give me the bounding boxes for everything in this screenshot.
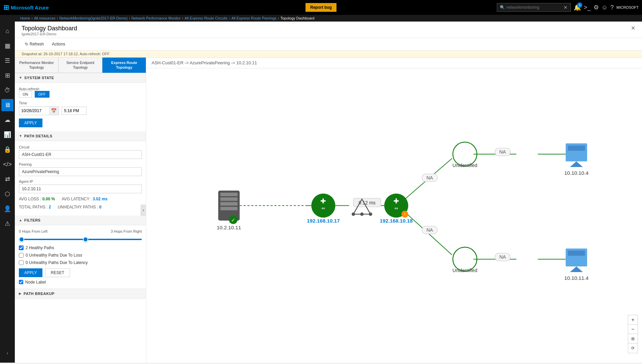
zoom-reset-btn[interactable]: ⟳ — [628, 343, 638, 353]
filters-body: 0 Hops From Left 3 Hops From Right 2 Hea… — [15, 225, 146, 289]
page-title: Topology Dashboard — [22, 25, 77, 32]
terminal-icon[interactable]: >_ — [584, 4, 591, 11]
breadcrumb-networkmonitoring[interactable]: NetworkMonitoring(Ignite2017-ER-Demo) — [59, 16, 127, 20]
na-text-lower-mid: NA — [426, 227, 433, 233]
router2-ip-label: 192.168.10.18 — [380, 218, 413, 224]
unhealthy-loss-label: 0 Unhealthy Paths Due To Loss — [26, 253, 82, 258]
sidebar-icon-user[interactable]: 👤 — [1, 203, 13, 215]
zoom-out-btn[interactable]: − — [628, 325, 638, 334]
sidebar-icon-grid[interactable]: ⊞ — [1, 69, 13, 81]
calendar-icon[interactable]: 📅 — [49, 107, 59, 115]
router1-arrows-icon2: ⇔ — [321, 206, 325, 211]
auto-refresh-on-btn[interactable]: ON — [19, 91, 32, 98]
breadcrumb-home[interactable]: Home — [20, 16, 30, 20]
sidebar-icon-monitor[interactable]: 🖥 — [1, 99, 13, 111]
node-label-row: Node Label — [19, 280, 142, 285]
slider-thumb-right[interactable] — [83, 237, 88, 242]
actions-button[interactable]: Actions — [49, 40, 68, 48]
sidebar-icon-warning[interactable]: ⚠ — [1, 218, 13, 230]
report-bug-button[interactable]: Report bug — [306, 3, 336, 12]
sidebar-icon-metrics[interactable]: 📊 — [1, 129, 13, 141]
help-icon[interactable]: ? — [610, 4, 614, 11]
sidebar-icon-security[interactable]: 🔒 — [1, 143, 13, 156]
sidebar-icon-clock[interactable]: ⏱ — [1, 84, 13, 96]
tab-performance[interactable]: Performance Monitor Topology — [15, 58, 59, 73]
zoom-controls: + − ⊞ ⟳ — [628, 315, 638, 353]
healthy-paths-checkbox[interactable] — [19, 245, 24, 250]
tab-service-endpoint[interactable]: Service Endpoint Topology — [59, 58, 102, 73]
topology-area: ASH-Cust01-ER -> AzurePrivatePeering -> … — [146, 58, 642, 363]
lower-unid-label: Unidentified — [452, 268, 477, 273]
time-label: Time — [19, 101, 142, 105]
unhealthy-latency-checkbox[interactable] — [19, 260, 24, 265]
notification-badge: 5 — [577, 2, 582, 8]
filter-buttons: APPLY RESET — [19, 268, 142, 277]
node-label-checkbox[interactable] — [19, 280, 23, 284]
system-state-body: Auto-refresh ON OFF Time 📅 — [15, 83, 146, 131]
zoom-fit-btn[interactable]: ⊞ — [628, 334, 638, 343]
snapshot-text: Snapshot at: 26-10-2017 17:18:12, Auto-r… — [22, 52, 109, 56]
sidebar-icon-cloud[interactable]: ☁ — [1, 114, 13, 126]
topology-breadcrumb: ASH-Cust01-ER -> AzurePrivatePeering -> … — [146, 58, 642, 68]
unhealthy-loss-checkbox[interactable] — [19, 253, 24, 258]
sidebar-expand-btn[interactable]: › — [1, 347, 13, 359]
breadcrumb-peerings[interactable]: All Express Route Peerings — [231, 16, 277, 20]
date-input[interactable] — [19, 107, 49, 114]
sidebar-icon-dashboard[interactable]: ▦ — [1, 40, 13, 52]
notification-icon-wrapper[interactable]: 🔔 5 — [574, 4, 581, 11]
content-area: Topology Dashboard Ignite2017-ER-Demo ✕ … — [15, 22, 642, 363]
path-details-section-header[interactable]: ▼ PATH DETAILS — [15, 131, 146, 141]
tab-express-route[interactable]: Express Route Topology — [102, 58, 146, 73]
refresh-label: Refresh — [30, 42, 44, 46]
path-breakup-header[interactable]: ▶ PATH BREAKUP — [15, 289, 146, 299]
zoom-in-btn[interactable]: + — [628, 315, 638, 325]
toolbar: ↻ Refresh Actions — [15, 38, 642, 51]
search-clear-icon[interactable]: ✕ — [564, 5, 568, 10]
total-paths-label: TOTAL PATHS : — [19, 205, 47, 209]
circuit-label: Circuit — [19, 145, 142, 149]
snapshot-bar: Snapshot at: 26-10-2017 17:18:12, Auto-r… — [15, 51, 642, 58]
avg-latency-value: 3.02 ms — [93, 197, 107, 201]
system-state-title: SYSTEM STATE — [24, 76, 54, 80]
auto-refresh-label: Auto-refresh — [19, 87, 142, 91]
peering-input[interactable] — [19, 167, 142, 176]
slider-thumb-left[interactable] — [19, 237, 24, 242]
settings-icon[interactable]: ⚙ — [593, 4, 599, 11]
lower-dest-node[interactable] — [566, 249, 587, 272]
search-input[interactable] — [506, 5, 564, 10]
filters-reset-btn[interactable]: RESET — [45, 268, 70, 277]
sidebar-icon-connect[interactable]: ⇄ — [1, 173, 13, 185]
circuit-input[interactable] — [19, 150, 142, 159]
refresh-button[interactable]: ↻ Refresh — [22, 40, 47, 48]
sidebar-icon-resources[interactable]: ☰ — [1, 55, 13, 67]
azure-logo-text: Microsoft Azure — [11, 5, 49, 10]
breadcrumb-allresources[interactable]: All resources — [34, 16, 56, 20]
agent-ip-label: Agent IP — [19, 179, 142, 184]
breadcrumb-sep-2: › — [129, 16, 130, 20]
smiley-icon[interactable]: ☺ — [602, 4, 608, 11]
stats-row: AVG LOSS : 0.00 % AVG LATENCY : 3.02 ms — [19, 197, 142, 201]
search-box[interactable]: 🔍 ✕ — [497, 3, 571, 12]
upper-dest-node[interactable] — [566, 143, 587, 167]
avg-latency-label: AVG LATENCY : — [62, 197, 92, 201]
auto-refresh-row: ON OFF — [19, 91, 142, 98]
sidebar-icon-code[interactable]: </> — [1, 158, 13, 170]
breadcrumb-circuits[interactable]: All Express Route Circuits — [185, 16, 227, 20]
source-node[interactable]: ✓ — [218, 191, 240, 224]
page-close-btn[interactable]: ✕ — [631, 25, 635, 31]
unhealthy-latency-label: 0 Unhealthy Paths Due To Latency — [26, 260, 88, 265]
auto-refresh-off-btn[interactable]: OFF — [35, 91, 50, 98]
system-state-apply-btn[interactable]: APPLY — [19, 119, 42, 127]
breadcrumb-sep-3: › — [182, 16, 183, 20]
time-input[interactable] — [62, 107, 86, 114]
filters-section-header[interactable]: ▲ FILTERS — [15, 216, 146, 225]
triangle-right-dot — [369, 212, 372, 216]
breadcrumb-npm[interactable]: Network Performance Monitor — [131, 16, 181, 20]
filters-apply-btn[interactable]: APPLY — [19, 268, 42, 277]
user-name[interactable]: MICROSOFT — [616, 5, 639, 9]
sidebar-icon-puzzle[interactable]: ⬡ — [1, 188, 13, 200]
sidebar-icon-home[interactable]: ⌂ — [1, 25, 13, 37]
panel-collapse-btn[interactable]: ‹ — [141, 205, 146, 216]
agent-ip-input[interactable] — [19, 185, 142, 193]
system-state-section-header[interactable]: ▼ SYSTEM STATE — [15, 73, 146, 83]
